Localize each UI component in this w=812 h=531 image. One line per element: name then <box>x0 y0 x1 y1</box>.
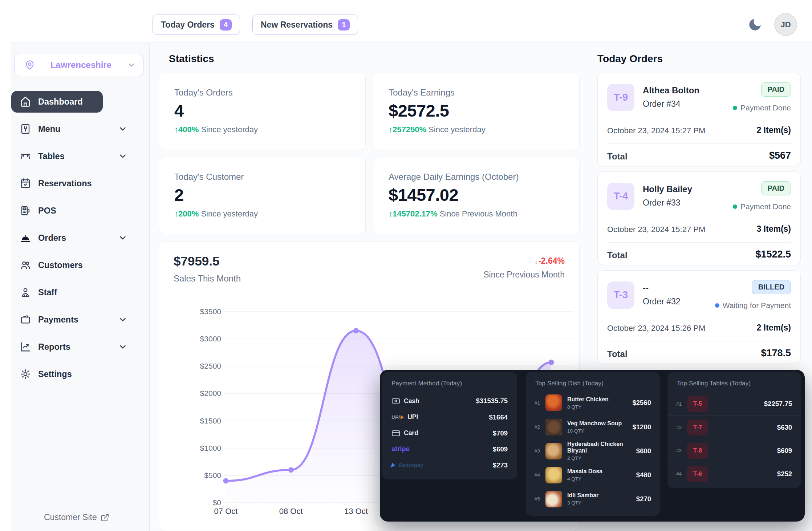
order-card[interactable]: T-9 Althea Bolton Order #34 PAID Payment… <box>597 73 801 166</box>
users-icon <box>20 260 31 271</box>
dark-mode-toggle[interactable] <box>747 16 765 33</box>
razorpay-bolt-icon <box>391 463 396 468</box>
dish-rank: #2 <box>535 424 545 430</box>
stat-label: Today's Customer <box>174 172 351 182</box>
dish-photo <box>545 419 562 435</box>
credit-card-icon <box>391 429 400 438</box>
new-reservations-button-label: New Reservations <box>261 20 333 30</box>
table-rank: #2 <box>676 425 687 430</box>
sidebar-item-menu[interactable]: Menu <box>11 118 143 140</box>
order-total-label: Total <box>607 151 628 162</box>
payment-row-card: Card $709 <box>382 425 517 441</box>
location-label: Lawrenceshire <box>35 60 127 70</box>
report-chart-icon <box>20 341 31 352</box>
sidebar: Lawrenceshire Dashboard Menu Tables Rese… <box>11 43 149 531</box>
payment-row-cash: Cash $31535.75 <box>382 393 517 409</box>
insights-overlay: Payment Method (Today) Cash $31535.75 UP… <box>380 370 805 522</box>
stat-delta: ↑257250% Since yesterday <box>389 125 565 134</box>
top-selling-tables-panel: Top Selling Tables (Today) #1 T-5 $2257.… <box>667 372 801 488</box>
sidebar-item-label: Staff <box>38 288 57 297</box>
svg-text:13 Oct: 13 Oct <box>344 507 368 516</box>
today-orders-heading: Today Orders <box>597 53 663 65</box>
customer-name: Althea Bolton <box>643 85 699 96</box>
avatar-initials: JD <box>780 20 791 29</box>
wallet-icon <box>20 314 31 325</box>
chevron-down-icon <box>118 342 127 352</box>
sidebar-item-label: Reports <box>38 342 70 352</box>
sales-delta-note: Since Previous Month <box>483 270 565 280</box>
order-total-label: Total <box>607 349 628 359</box>
stat-label: Average Daily Earnings (October) <box>389 172 565 182</box>
sidebar-item-label: Tables <box>38 151 65 161</box>
sales-delta-value: -2.64% <box>538 256 565 266</box>
sidebar-item-label: Customers <box>38 260 83 270</box>
home-icon <box>20 96 31 107</box>
dish-row: #2 Veg Manchow Soup10 QTY $1200 <box>526 415 660 439</box>
order-number: Order #33 <box>643 198 681 208</box>
stripe-logo: stripe <box>391 445 410 453</box>
order-total-label: Total <box>607 250 628 260</box>
customer-site-link[interactable]: Customer Site <box>44 512 109 522</box>
table-badge: T-5 <box>687 396 708 412</box>
today-orders-count-badge: 4 <box>220 19 232 31</box>
sidebar-item-settings[interactable]: Settings <box>11 363 143 385</box>
customer-site-label: Customer Site <box>44 512 97 522</box>
payment-status: Payment Done <box>733 104 791 112</box>
upi-logo-icon: UPI <box>391 414 404 420</box>
sidebar-item-orders[interactable]: Orders <box>11 227 143 249</box>
dish-name: Veg Manchow Soup <box>567 420 622 426</box>
sidebar-item-staff[interactable]: Staff <box>11 281 143 303</box>
payment-status-label: Payment Done <box>740 104 791 112</box>
sidebar-item-label: Settings <box>38 369 72 379</box>
location-pin-icon <box>25 60 35 70</box>
sidebar-item-pos[interactable]: POS <box>11 200 143 222</box>
payment-method-amount: $609 <box>493 445 508 453</box>
status-badge: PAID <box>761 181 791 195</box>
stat-card-todays-earnings: Today's Earnings $2572.5 ↑257250% Since … <box>373 73 580 150</box>
sidebar-item-label: POS <box>38 206 56 216</box>
avatar[interactable]: JD <box>774 13 797 36</box>
stat-delta-value: 400% <box>178 125 199 134</box>
svg-text:$1500: $1500 <box>200 417 221 425</box>
payment-row-razorpay: Razorpay $273 <box>382 457 517 473</box>
sidebar-item-dashboard[interactable]: Dashboard <box>11 91 103 113</box>
order-number: Order #34 <box>643 99 681 109</box>
table-rank: #4 <box>676 471 687 477</box>
stat-delta-note: Since Previous Month <box>440 209 517 218</box>
sidebar-item-tables[interactable]: Tables <box>11 145 143 167</box>
chevron-down-icon <box>118 315 127 324</box>
svg-text:$1000: $1000 <box>200 444 221 452</box>
dish-qty: 10 QTY <box>567 428 633 434</box>
sidebar-item-reservations[interactable]: Reservations <box>11 173 143 194</box>
moon-icon <box>747 17 763 32</box>
new-reservations-button[interactable]: New Reservations 1 <box>252 15 358 35</box>
sales-delta: ↓-2.64% <box>534 256 565 266</box>
order-card[interactable]: T-4 Holly Bailey Order #33 PAID Payment … <box>597 171 801 265</box>
staff-person-icon <box>20 287 31 298</box>
sidebar-item-customers[interactable]: Customers <box>11 254 143 276</box>
stat-value: $2572.5 <box>389 101 565 121</box>
dish-amount: $2560 <box>633 399 651 407</box>
gear-icon <box>20 369 31 380</box>
order-time: October 23, 2024 15:27 PM <box>607 126 705 135</box>
stat-delta: ↑145702.17% Since Previous Month <box>389 209 565 219</box>
stat-value: $1457.02 <box>389 185 565 205</box>
payment-method-label: UPI <box>407 413 418 421</box>
stat-card-todays-orders: Today's Orders 4 ↑400% Since yesterday <box>159 73 366 150</box>
order-card-divider <box>607 143 791 144</box>
sidebar-item-payments[interactable]: Payments <box>11 309 143 331</box>
dish-amount: $270 <box>636 495 651 503</box>
up-arrow-icon: ↑ <box>174 209 178 218</box>
table-rank: #3 <box>676 448 687 453</box>
stat-label: Today's Orders <box>174 88 351 98</box>
stat-delta-value: 257250% <box>393 125 426 134</box>
order-card[interactable]: T-3 -- Order #32 BILLED Waiting for Paym… <box>597 270 801 364</box>
new-reservations-count-badge: 1 <box>338 19 350 31</box>
stat-delta: ↑400% Since yesterday <box>174 125 351 134</box>
svg-text:$3500: $3500 <box>200 307 221 316</box>
today-orders-button[interactable]: Today Orders 4 <box>153 15 240 35</box>
stat-card-todays-customer: Today's Customer 2 ↑200% Since yesterday <box>159 157 366 234</box>
stat-delta-value: 200% <box>178 209 199 218</box>
location-selector[interactable]: Lawrenceshire <box>14 54 143 76</box>
sidebar-item-reports[interactable]: Reports <box>11 336 143 358</box>
